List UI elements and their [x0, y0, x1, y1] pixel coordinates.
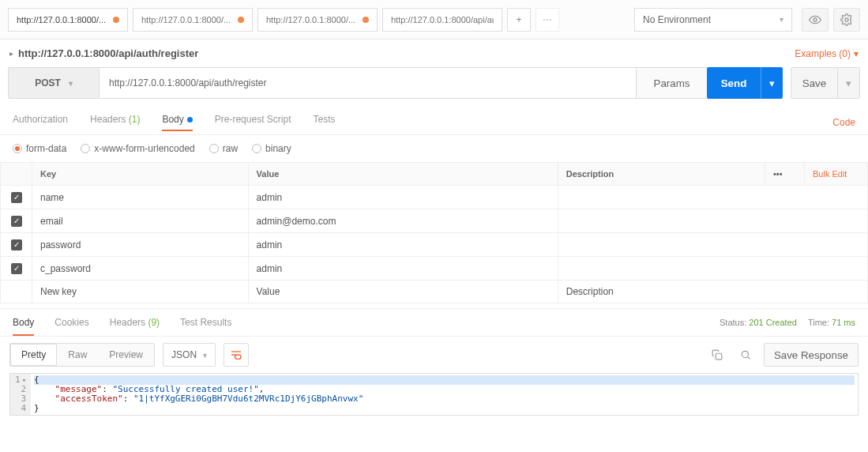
- checkbox[interactable]: ✓: [11, 216, 22, 227]
- radio-icon: [13, 144, 22, 153]
- column-value: Value: [248, 163, 558, 186]
- unsaved-dot-icon: [363, 17, 369, 23]
- tab-label: http://127.0.0.1:8000/...: [266, 15, 355, 24]
- copy-response-button[interactable]: [707, 345, 727, 365]
- tab-overflow-button[interactable]: ⋯: [535, 8, 559, 32]
- param-desc-cell[interactable]: [558, 209, 867, 233]
- search-icon: [740, 349, 751, 360]
- chevron-down-icon: ▾: [780, 15, 783, 24]
- param-key-cell[interactable]: email: [32, 209, 249, 233]
- body-type-binary[interactable]: binary: [252, 143, 291, 154]
- new-value-cell[interactable]: Value: [248, 281, 558, 303]
- method-label: POST: [35, 77, 61, 89]
- checkbox[interactable]: ✓: [11, 263, 22, 274]
- new-desc-cell[interactable]: Description: [558, 281, 867, 303]
- param-desc-cell[interactable]: [558, 257, 867, 281]
- body-type-raw[interactable]: raw: [209, 143, 238, 154]
- radio-icon: [209, 144, 219, 153]
- radio-icon: [252, 144, 261, 153]
- code-link[interactable]: Code: [832, 117, 855, 128]
- save-button[interactable]: Save: [791, 67, 838, 99]
- copy-icon: [712, 349, 723, 360]
- tab-authorization[interactable]: Authorization: [13, 114, 68, 131]
- svg-rect-3: [716, 353, 722, 360]
- param-value-cell[interactable]: admin: [248, 257, 558, 281]
- tab-label: http://127.0.0.1:8000/...: [141, 15, 231, 24]
- send-dropdown-button[interactable]: ▾: [761, 67, 783, 99]
- response-tab-headers[interactable]: Headers (9): [110, 309, 160, 336]
- param-value-cell[interactable]: admin: [248, 233, 558, 257]
- svg-point-1: [845, 18, 848, 21]
- search-response-button[interactable]: [735, 345, 756, 365]
- wrap-lines-button[interactable]: [224, 343, 249, 367]
- save-dropdown-button[interactable]: ▾: [838, 67, 860, 99]
- format-preview-button[interactable]: Preview: [98, 344, 154, 366]
- tab-label: http://127.0.0.1:8000/...: [17, 15, 106, 24]
- response-tab-test-results[interactable]: Test Results: [180, 309, 231, 336]
- svg-point-0: [814, 18, 817, 21]
- new-tab-button[interactable]: +: [507, 8, 531, 32]
- tab-headers[interactable]: Headers (1): [90, 114, 140, 131]
- request-tab[interactable]: http://127.0.0.1:8000/...: [8, 8, 128, 32]
- send-button[interactable]: Send: [707, 67, 761, 99]
- request-tab[interactable]: http://127.0.0.1:8000/api/au: [382, 8, 502, 32]
- form-data-table: Key Value Description ••• Bulk Edit ✓nam…: [0, 162, 868, 303]
- response-tab-cookies[interactable]: Cookies: [54, 309, 88, 336]
- gear-icon: [840, 13, 853, 26]
- tab-body[interactable]: Body: [162, 114, 192, 131]
- checkbox[interactable]: ✓: [11, 239, 22, 250]
- status-label: Status: 201 Created: [720, 318, 797, 327]
- method-selector[interactable]: POST ▾: [8, 67, 99, 99]
- unsaved-dot-icon: [113, 17, 119, 23]
- param-key-cell[interactable]: password: [32, 233, 249, 257]
- body-type-urlencoded[interactable]: x-www-form-urlencoded: [81, 143, 194, 154]
- checkbox[interactable]: ✓: [11, 192, 22, 203]
- response-tab-body[interactable]: Body: [13, 309, 34, 336]
- params-button[interactable]: Params: [636, 67, 707, 99]
- response-type-selector[interactable]: JSON ▾: [163, 343, 216, 367]
- environment-quicklook-button[interactable]: [802, 8, 829, 32]
- format-raw-button[interactable]: Raw: [57, 344, 98, 366]
- column-description: Description: [558, 163, 765, 186]
- plus-icon: +: [516, 14, 521, 25]
- request-title: http://127.0.0.1:8000/api/auth/register: [18, 47, 198, 59]
- body-type-form-data[interactable]: form-data: [13, 143, 66, 154]
- settings-button[interactable]: [833, 8, 860, 32]
- row-actions-icon[interactable]: •••: [765, 163, 805, 186]
- param-value-cell[interactable]: admin: [248, 186, 558, 209]
- environment-selector[interactable]: No Environment ▾: [634, 8, 792, 32]
- chevron-down-icon: ▾: [203, 351, 207, 360]
- examples-dropdown[interactable]: Examples (0) ▾: [795, 48, 859, 59]
- param-key-cell[interactable]: c_password: [32, 257, 249, 281]
- request-tab[interactable]: http://127.0.0.1:8000/...: [133, 8, 253, 32]
- request-tab[interactable]: http://127.0.0.1:8000/...: [257, 8, 378, 32]
- environment-label: No Environment: [643, 14, 711, 25]
- save-response-button[interactable]: Save Response: [764, 343, 859, 367]
- table-row: ✓c_passwordadmin: [1, 257, 868, 281]
- param-value-cell[interactable]: admin@demo.com: [248, 209, 558, 233]
- param-desc-cell[interactable]: [558, 233, 867, 257]
- chevron-down-icon: ▾: [854, 48, 859, 59]
- wrap-icon: [230, 349, 242, 360]
- table-row: ✓emailadmin@demo.com: [1, 209, 868, 233]
- chevron-down-icon: ▾: [69, 79, 73, 88]
- eye-icon: [809, 13, 821, 26]
- param-desc-cell[interactable]: [558, 186, 867, 209]
- param-key-cell[interactable]: name: [32, 186, 249, 209]
- table-row-new[interactable]: New keyValueDescription: [1, 281, 868, 303]
- column-key: Key: [32, 163, 249, 186]
- tab-pre-request-script[interactable]: Pre-request Script: [215, 114, 291, 131]
- ellipsis-icon: ⋯: [543, 14, 552, 25]
- url-input[interactable]: [99, 67, 636, 99]
- dot-icon: [187, 117, 193, 122]
- new-key-cell[interactable]: New key: [32, 281, 249, 303]
- table-row: ✓passwordadmin: [1, 233, 868, 257]
- format-pretty-button[interactable]: Pretty: [10, 344, 57, 366]
- expand-triangle-icon[interactable]: ▸: [9, 49, 13, 58]
- time-label: Time: 71 ms: [808, 318, 855, 327]
- svg-point-4: [742, 351, 748, 357]
- response-body-editor[interactable]: 1▾ 2 3 4 { "message": "Successfully crea…: [9, 373, 859, 416]
- svg-line-5: [748, 357, 750, 360]
- tab-tests[interactable]: Tests: [313, 114, 335, 131]
- bulk-edit-link[interactable]: Bulk Edit: [813, 169, 847, 179]
